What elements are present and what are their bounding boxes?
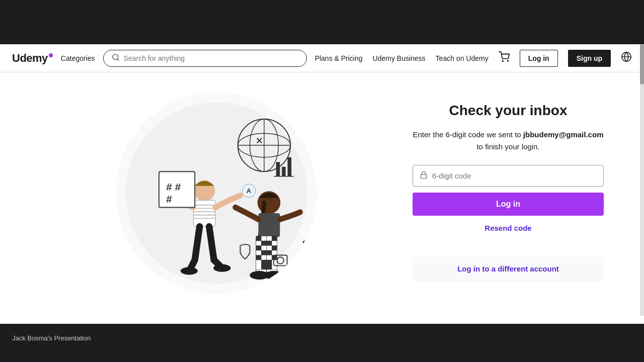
svg-rect-31 bbox=[256, 241, 261, 246]
illustration-svg: # # # bbox=[121, 98, 312, 289]
svg-text:#: # bbox=[166, 193, 172, 205]
bottom-label: Jack Bosma's Presentation bbox=[12, 334, 91, 342]
logo-dot bbox=[49, 53, 53, 57]
svg-rect-35 bbox=[256, 250, 261, 255]
subtitle-suffix: to finish your login. bbox=[476, 142, 539, 151]
svg-rect-59 bbox=[282, 167, 286, 176]
top-bar bbox=[0, 0, 644, 44]
svg-rect-46 bbox=[267, 246, 272, 251]
different-account-link[interactable]: Log in to a different account bbox=[457, 264, 559, 273]
svg-rect-48 bbox=[267, 250, 272, 255]
logo-link[interactable]: Udemy bbox=[12, 52, 53, 65]
plans-pricing-link[interactable]: Plans & Pricing bbox=[315, 54, 363, 62]
cart-icon[interactable] bbox=[499, 51, 510, 65]
svg-rect-29 bbox=[256, 236, 261, 241]
code-input[interactable] bbox=[413, 165, 604, 187]
search-input[interactable] bbox=[124, 54, 298, 62]
navbar: Udemy Categories Plans & Pricing Udemy B… bbox=[0, 44, 644, 72]
svg-rect-37 bbox=[256, 255, 261, 260]
resend-code-link[interactable]: Resend code bbox=[485, 224, 531, 232]
categories-button[interactable]: Categories bbox=[61, 54, 95, 62]
svg-text:A: A bbox=[247, 187, 252, 195]
svg-rect-39 bbox=[256, 260, 261, 269]
svg-rect-60 bbox=[288, 157, 292, 176]
svg-rect-45 bbox=[272, 241, 277, 246]
svg-point-25 bbox=[213, 264, 230, 272]
language-button[interactable] bbox=[621, 51, 632, 65]
svg-point-55 bbox=[264, 271, 283, 280]
illustration-side: # # # bbox=[40, 93, 413, 294]
svg-rect-38 bbox=[261, 255, 266, 260]
illustration-circle: # # # bbox=[116, 93, 317, 294]
svg-rect-30 bbox=[261, 236, 266, 241]
svg-rect-50 bbox=[267, 255, 272, 260]
signup-button[interactable]: Sign up bbox=[568, 50, 611, 67]
udemy-business-link[interactable]: Udemy Business bbox=[373, 54, 426, 62]
svg-line-1 bbox=[117, 59, 119, 60]
svg-rect-44 bbox=[267, 241, 272, 246]
teach-link[interactable]: Teach on Udemy bbox=[436, 54, 489, 62]
nav-links: Plans & Pricing Udemy Business Teach on … bbox=[315, 50, 632, 67]
page-content: # # # bbox=[0, 72, 644, 324]
svg-rect-36 bbox=[261, 250, 266, 255]
svg-point-57 bbox=[277, 257, 284, 263]
svg-rect-58 bbox=[276, 162, 280, 176]
svg-rect-47 bbox=[272, 246, 277, 251]
svg-rect-43 bbox=[272, 236, 277, 241]
bottom-bar: Jack Bosma's Presentation bbox=[0, 324, 644, 352]
svg-rect-32 bbox=[261, 241, 266, 246]
scroll-indicator[interactable] bbox=[640, 44, 644, 316]
search-bar bbox=[103, 50, 307, 67]
svg-rect-65 bbox=[421, 174, 427, 178]
svg-point-3 bbox=[507, 60, 508, 61]
svg-point-24 bbox=[181, 267, 198, 275]
logo-text: Udemy bbox=[12, 52, 48, 65]
lock-icon bbox=[420, 171, 428, 181]
login-submit-button[interactable]: Log in bbox=[413, 193, 604, 216]
search-icon bbox=[112, 53, 120, 63]
svg-rect-52 bbox=[267, 260, 272, 269]
form-side: Check your inbox Enter the 6-digit code … bbox=[413, 93, 604, 282]
svg-point-2 bbox=[502, 60, 503, 61]
form-title: Check your inbox bbox=[449, 103, 568, 119]
subtitle-prefix: Enter the 6-digit code we sent to bbox=[413, 130, 523, 139]
main-wrapper: Udemy Categories Plans & Pricing Udemy B… bbox=[0, 44, 644, 324]
svg-rect-49 bbox=[272, 250, 277, 255]
scroll-thumb bbox=[640, 44, 644, 84]
form-subtitle: Enter the 6-digit code we sent to jbbude… bbox=[413, 129, 604, 153]
svg-rect-27 bbox=[259, 213, 280, 237]
user-email: jbbudemy@gmail.com bbox=[523, 130, 604, 139]
svg-rect-33 bbox=[256, 246, 261, 251]
different-account-box: Log in to a different account bbox=[413, 256, 604, 282]
svg-text:</>: </> bbox=[302, 235, 312, 248]
svg-rect-40 bbox=[261, 260, 266, 269]
code-input-wrapper bbox=[413, 165, 604, 187]
svg-rect-53 bbox=[272, 260, 277, 269]
svg-rect-34 bbox=[261, 246, 266, 251]
svg-text:# #: # # bbox=[166, 181, 181, 193]
login-button[interactable]: Log in bbox=[520, 50, 558, 67]
svg-rect-42 bbox=[267, 236, 272, 241]
svg-rect-15 bbox=[193, 200, 215, 226]
